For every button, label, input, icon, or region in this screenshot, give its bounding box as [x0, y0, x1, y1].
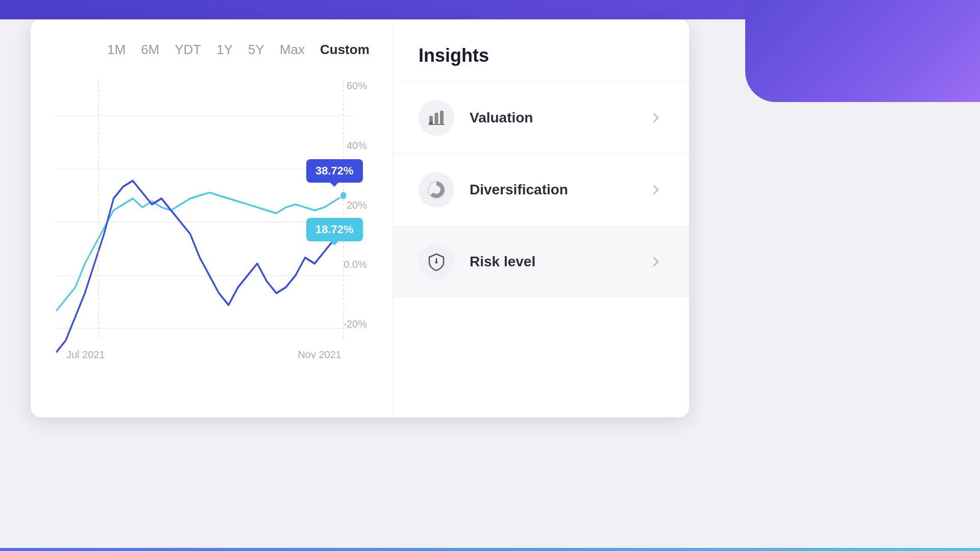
filter-1y[interactable]: 1Y: [216, 40, 233, 60]
chart-panel: 1M 6M YDT 1Y 5Y Max Custom: [31, 19, 393, 417]
y-label-60: 60%: [347, 80, 367, 92]
insights-title: Insights: [393, 45, 689, 66]
valuation-icon-wrap: [419, 100, 454, 136]
diversification-icon-wrap: [419, 172, 454, 208]
main-card: 1M 6M YDT 1Y 5Y Max Custom: [31, 19, 689, 417]
tooltip-cyan: 18.72%: [306, 218, 363, 241]
bottom-bar: [0, 548, 980, 551]
y-label-0: 0.0%: [344, 259, 367, 270]
filter-1m[interactable]: 1M: [107, 40, 126, 60]
tooltip-dark-blue: 38.72%: [306, 159, 363, 183]
bar-chart-icon: [427, 109, 446, 127]
pie-chart-icon: [427, 180, 446, 199]
y-axis-labels: 60% 40% 20% 0.0% -20%: [343, 80, 367, 330]
filter-6m[interactable]: 6M: [141, 40, 159, 60]
x-label-nov2021: Nov 2021: [298, 349, 341, 361]
shield-icon: [427, 252, 446, 271]
insight-item-risk-level[interactable]: Risk level: [393, 226, 689, 297]
insight-item-diversification[interactable]: Diversification: [393, 154, 689, 226]
svg-rect-12: [429, 122, 433, 124]
risk-level-arrow: [648, 254, 664, 269]
x-label-jul2021: Jul 2021: [66, 349, 105, 361]
filter-max[interactable]: Max: [280, 40, 305, 60]
top-right-accent: [745, 0, 980, 102]
y-label-40: 40%: [347, 140, 367, 152]
svg-point-15: [432, 186, 440, 194]
filter-5y[interactable]: 5Y: [248, 40, 264, 60]
valuation-arrow: [648, 110, 664, 126]
svg-rect-13: [428, 124, 445, 125]
time-filters: 1M 6M YDT 1Y 5Y Max Custom: [56, 40, 372, 60]
insights-panel: Insights Valuation: [393, 19, 689, 417]
filter-ydt[interactable]: YDT: [175, 40, 201, 60]
valuation-label: Valuation: [470, 110, 648, 126]
insight-item-valuation[interactable]: Valuation: [393, 82, 689, 154]
y-label-neg20: -20%: [343, 318, 367, 330]
chart-area: 60% 40% 20% 0.0% -20% 38.72% 18.72% Jul …: [56, 80, 372, 376]
diversification-arrow: [648, 182, 664, 197]
svg-rect-10: [435, 113, 438, 124]
svg-rect-11: [440, 111, 444, 124]
filter-custom[interactable]: Custom: [320, 40, 370, 60]
x-axis-labels: Jul 2021 Nov 2021: [66, 349, 341, 361]
risk-level-label: Risk level: [470, 254, 648, 270]
diversification-label: Diversification: [470, 182, 648, 198]
y-label-20: 20%: [347, 199, 367, 211]
risk-level-icon-wrap: [419, 244, 454, 280]
